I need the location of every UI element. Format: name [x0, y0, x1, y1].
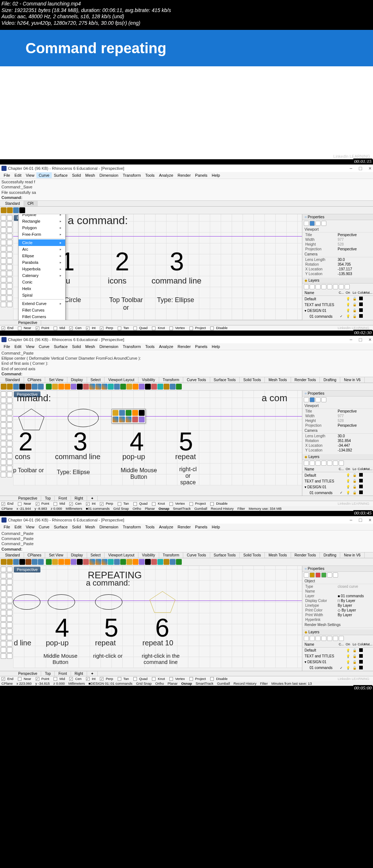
watermark: LinkedIn LEARNING: [333, 154, 370, 159]
menu-analyze[interactable]: Analyze: [157, 172, 175, 178]
rhino-window-2: Chapter 04-01 (96 KB) - Rhinoceros 6 Edu…: [0, 336, 373, 511]
menu-tools[interactable]: Tools: [143, 172, 157, 178]
menu-dimension[interactable]: Dimension: [97, 172, 121, 178]
slide-title: Command repeating: [25, 40, 166, 56]
viewport-tabs[interactable]: Perspective: [0, 320, 373, 325]
menu-bar[interactable]: File Edit View Curve Surface Solid Mesh …: [0, 172, 373, 179]
viewport[interactable]: Persp a command: 1 2 3 enu icons command…: [13, 214, 302, 320]
menu-help[interactable]: Help: [209, 172, 222, 178]
rhino-window-1: Chapter 04-01 (96 KB) - Rhinoceros 6 Edu…: [0, 164, 373, 331]
new-icon[interactable]: [1, 207, 7, 213]
title-bar: Chapter 04-01 (96 KB) - Rhinoceros 6 Edu…: [0, 165, 373, 172]
print-icon[interactable]: [19, 207, 25, 213]
menu-mesh[interactable]: Mesh: [83, 172, 97, 178]
timecode: 00:01:15: [353, 159, 372, 164]
maximize-icon: □: [359, 165, 362, 171]
properties-panel[interactable]: ○ Properties Viewport TitlePerspective W…: [302, 214, 373, 320]
menu-panels[interactable]: Panels: [193, 172, 210, 178]
toolbar-tabs[interactable]: StandardCPl: [0, 201, 373, 207]
left-toolbar[interactable]: [0, 214, 13, 320]
command-history: Successfully read f Command:_Save File s…: [0, 179, 373, 201]
open-icon[interactable]: [7, 207, 13, 213]
popup-toolbar[interactable]: [111, 409, 146, 423]
menu-render[interactable]: Render: [176, 172, 193, 178]
file-metadata: File: 02 - Command launching.mp4 Size: 1…: [0, 0, 373, 27]
toolbar-tabs[interactable]: StandardCPlanesSet ViewDisplaySelectView…: [0, 377, 373, 383]
app-icon: [1, 166, 7, 171]
title-slide: Command repeating: [0, 30, 373, 66]
menu-file[interactable]: File: [1, 172, 12, 178]
main-toolbar[interactable]: [0, 207, 373, 214]
menu-circle[interactable]: Circle: [19, 239, 65, 246]
menu-transform[interactable]: Transform: [121, 172, 143, 178]
menu-edit[interactable]: Edit: [12, 172, 24, 178]
svg-marker-1: [150, 591, 175, 613]
menu-solid[interactable]: Solid: [70, 172, 83, 178]
osnap-bar[interactable]: End Near Point Mid Cen Int Perp Tan Quad…: [0, 325, 373, 330]
menu-curve[interactable]: Curve: [36, 172, 51, 178]
slide-whitespace: LinkedIn LEARNING: [0, 66, 373, 159]
curve-dropdown[interactable]: Point Object Point Cloud / s:\Chapter04\…: [18, 214, 66, 320]
rhino-window-3: Chapter 04-01 (96 KB) - Rhinoceros 6 Edu…: [0, 516, 373, 686]
window-controls[interactable]: −□×: [349, 165, 372, 171]
menu-view[interactable]: View: [24, 172, 37, 178]
menu-surface[interactable]: Surface: [52, 172, 70, 178]
close-icon: ×: [369, 165, 372, 171]
save-icon[interactable]: [13, 207, 19, 213]
minimize-icon: −: [349, 165, 352, 171]
